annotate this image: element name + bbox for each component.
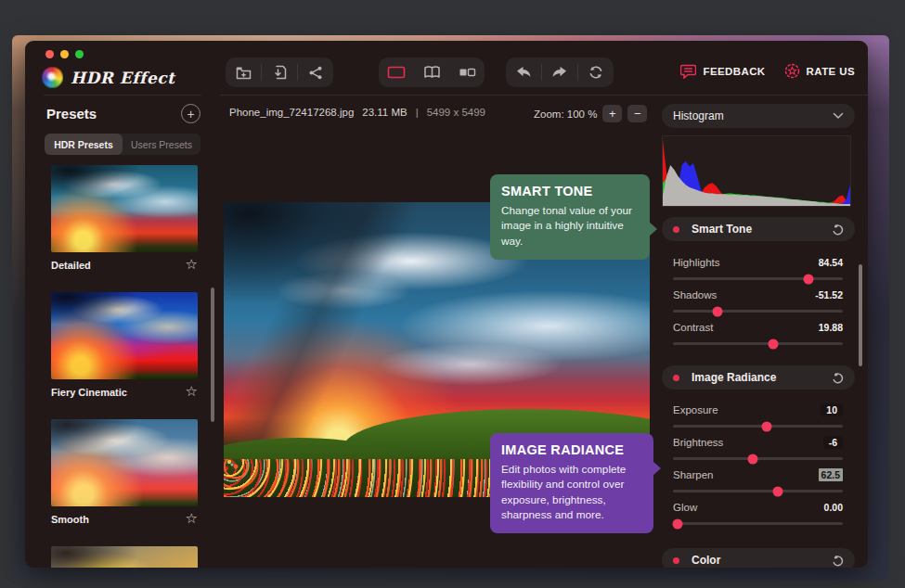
slider-track[interactable] <box>673 522 843 525</box>
slider-track[interactable] <box>673 490 843 492</box>
split-view-button[interactable] <box>414 58 449 87</box>
slider-thumb[interactable] <box>804 274 814 284</box>
image-radiance-tooltip: IMAGE RADIANCE Edit photos with complete… <box>490 433 653 533</box>
side-by-side-view-button[interactable] <box>449 58 485 87</box>
slider-label: Brightness <box>673 437 723 448</box>
file-name: Phone_img_72417268.jpg <box>229 107 354 118</box>
presets-scrollbar[interactable] <box>211 288 214 422</box>
slider-value[interactable]: 19.88 <box>819 322 843 333</box>
histogram-title: Histogram <box>673 109 833 122</box>
slider-value[interactable]: 0.00 <box>824 502 843 513</box>
histogram-header[interactable]: Histogram <box>662 104 855 128</box>
slider-thumb[interactable] <box>768 339 778 349</box>
slider-track[interactable] <box>673 310 843 313</box>
preset-meta: Detailed☆ <box>51 258 198 272</box>
panel-scrollbar[interactable] <box>859 264 862 366</box>
section-title: Image Radiance <box>692 371 832 384</box>
redo-icon <box>551 66 568 79</box>
presets-title: Presets <box>46 106 97 121</box>
section-header-color[interactable]: Color <box>662 548 855 568</box>
slider-thumb[interactable] <box>761 421 771 431</box>
section-header-smart-tone[interactable]: Smart Tone <box>662 217 855 241</box>
slider-value[interactable]: 10 <box>821 403 843 416</box>
close-window-button[interactable] <box>45 50 54 58</box>
reset-section-icon[interactable] <box>832 372 844 384</box>
share-icon <box>308 66 323 80</box>
single-view-button[interactable] <box>379 58 414 87</box>
add-preset-button[interactable]: + <box>181 104 200 123</box>
preset-list: Detailed☆Fiery Cinematic☆Smooth☆ <box>51 165 198 568</box>
preset-card[interactable]: Fiery Cinematic☆ <box>51 292 198 399</box>
tab-users-presets[interactable]: Users Presets <box>123 134 200 155</box>
side-by-side-icon <box>459 67 476 78</box>
preset-thumbnail[interactable] <box>51 165 198 252</box>
zoom-out-button[interactable]: − <box>627 105 647 122</box>
tooltip-body: Change tonal value of your image in a hi… <box>501 203 639 249</box>
tooltip-title: SMART TONE <box>501 184 639 198</box>
slider-track[interactable] <box>673 425 843 428</box>
slider-track[interactable] <box>673 277 843 280</box>
slider-label: Shadows <box>673 289 717 300</box>
zoom-window-button[interactable] <box>75 50 84 58</box>
single-view-icon <box>387 66 406 79</box>
share-button[interactable] <box>298 58 333 87</box>
favorite-star-icon[interactable]: ☆ <box>186 385 198 399</box>
section-header-image-radiance[interactable]: Image Radiance <box>662 365 855 390</box>
tooltip-arrow <box>649 222 657 236</box>
slider-value[interactable]: -51.52 <box>815 289 843 300</box>
slider-label: Exposure <box>673 404 718 415</box>
preset-thumbnail[interactable] <box>51 546 198 568</box>
export-image-button[interactable] <box>262 58 297 87</box>
preset-thumbnail[interactable] <box>51 419 198 506</box>
tab-hdr-presets[interactable]: HDR Presets <box>45 134 123 155</box>
slider-row-highlights: Highlights84.54 <box>673 256 843 280</box>
file-actions-group <box>226 58 333 87</box>
preset-card[interactable]: Detailed☆ <box>51 165 198 272</box>
undo-button[interactable] <box>506 58 541 87</box>
preset-name: Smooth <box>51 514 89 525</box>
slider-thumb[interactable] <box>673 518 683 529</box>
histogram-chart <box>662 135 851 207</box>
section-title: Color <box>692 554 832 567</box>
slider-track[interactable] <box>673 342 843 345</box>
slider-track[interactable] <box>673 457 843 460</box>
slider-thumb[interactable] <box>712 306 722 316</box>
section-title: Smart Tone <box>692 223 832 236</box>
preset-card[interactable]: Smooth☆ <box>51 419 198 526</box>
slider-row-glow: Glow0.00 <box>673 501 843 525</box>
slider-label: Sharpen <box>673 469 713 480</box>
reset-section-icon[interactable] <box>832 224 844 236</box>
smart-tone-tooltip: SMART TONE Change tonal value of your im… <box>490 174 650 260</box>
slider-row-sharpen: Sharpen62.5 <box>673 468 843 492</box>
tooltip-body: Edit photos with complete flexibility an… <box>501 462 642 522</box>
reset-section-icon[interactable] <box>832 555 844 567</box>
preset-name: Fiery Cinematic <box>51 387 127 398</box>
chevron-down-icon <box>833 112 844 120</box>
app-window: HDR Effect <box>25 41 868 568</box>
slider-thumb[interactable] <box>748 454 758 464</box>
undo-icon <box>515 66 532 79</box>
tooltip-title: IMAGE RADIANCE <box>501 442 642 457</box>
redo-button[interactable] <box>542 58 577 87</box>
slider-thumb[interactable] <box>773 486 783 496</box>
favorite-star-icon[interactable]: ☆ <box>186 258 198 272</box>
minimize-window-button[interactable] <box>60 50 69 58</box>
preset-name: Detailed <box>51 260 91 271</box>
folder-plus-icon <box>236 66 252 80</box>
tooltip-arrow <box>653 461 661 476</box>
reset-all-button[interactable] <box>578 58 614 87</box>
app-logo-icon <box>42 67 63 88</box>
preset-card[interactable] <box>51 546 198 568</box>
slider-value[interactable]: 62.5 <box>819 468 843 481</box>
slider-value[interactable]: 84.54 <box>819 257 843 268</box>
preset-thumbnail[interactable] <box>51 292 198 379</box>
screen-bezel: HDR Effect <box>0 0 905 588</box>
section-dot-icon <box>673 226 679 233</box>
favorite-star-icon[interactable]: ☆ <box>186 512 198 526</box>
open-folder-button[interactable] <box>226 58 261 87</box>
slider-value[interactable]: -6 <box>823 436 843 449</box>
slider-row-brightness: Brightness-6 <box>673 436 843 460</box>
zoom-in-button[interactable]: + <box>602 105 622 122</box>
slider-row-contrast: Contrast19.88 <box>673 321 843 345</box>
section-dot-icon <box>673 375 679 381</box>
